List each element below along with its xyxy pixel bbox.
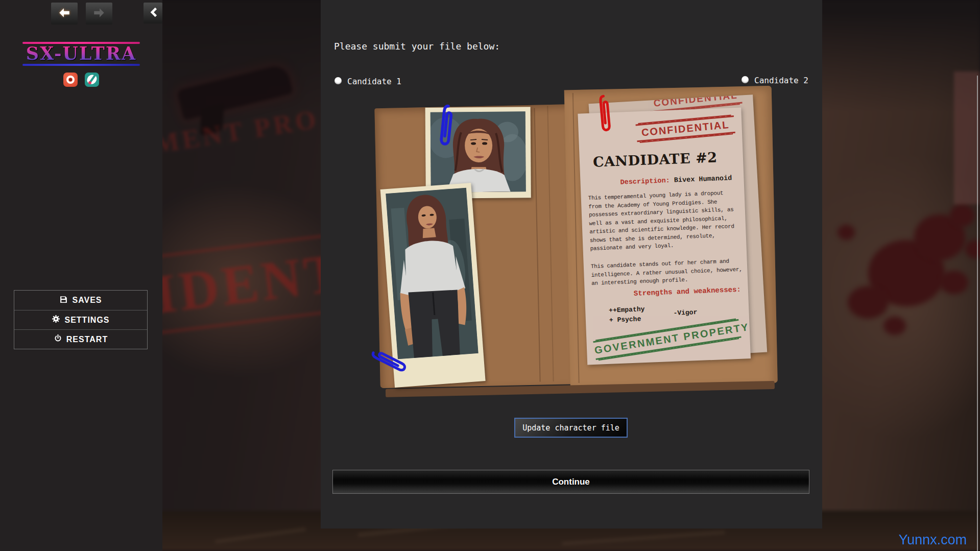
blood-splatter	[838, 225, 855, 240]
dossier-front-page: CONFIDENTIAL CANDIDATE #2 Description: B…	[578, 107, 751, 365]
continue-button[interactable]: Continue	[332, 470, 809, 494]
weaknesses-list: -Vigor	[673, 307, 698, 318]
body-illustration	[386, 188, 478, 360]
watermark-text: Yunnx.com	[898, 532, 967, 548]
sidebar: SX-ULTRA SAVES	[0, 0, 162, 551]
blood-splatter	[848, 286, 889, 319]
dossier-title: CANDIDATE #2	[592, 149, 718, 170]
prompt-text: Please submit your file below:	[334, 41, 500, 52]
app-store-icon[interactable]	[85, 73, 99, 87]
candidate-dossier-folder: CONFIDENTIAL CONFIDENTIAL CANDIDATE #2 D…	[372, 83, 782, 405]
back-arrow-icon	[58, 6, 71, 21]
forward-arrow-icon	[92, 6, 106, 21]
sidebar-menu: SAVES	[14, 290, 148, 349]
dossier-description-line: Description: Bivex Humanoid	[620, 174, 732, 186]
game-logo: SX-ULTRA	[22, 42, 140, 66]
settings-label: SETTINGS	[64, 316, 109, 325]
saves-label: SAVES	[72, 296, 102, 305]
restart-label: RESTART	[66, 335, 108, 344]
game-screen: MENT PRO IDENT NMENT P Please submit you…	[0, 0, 980, 551]
strengths-list: ++Empathy + Psyche	[609, 304, 646, 325]
blood-splatter	[883, 317, 906, 335]
back-button[interactable]	[51, 3, 78, 25]
collapse-sidebar-button[interactable]	[144, 3, 162, 23]
blood-splatter	[950, 204, 974, 227]
patreon-icon[interactable]	[63, 73, 78, 87]
logo-text: SX-ULTRA	[22, 44, 140, 63]
app-icon-pip	[88, 81, 91, 84]
description-value: Bivex Humanoid	[674, 174, 732, 184]
update-character-file-button[interactable]: Update character file	[514, 418, 628, 438]
logo-bottom-bar	[22, 64, 140, 66]
settings-button[interactable]: SETTINGS	[14, 310, 147, 329]
government-property-stamp: GOVERNMENT PROPERTY	[593, 319, 741, 360]
strengths-heading: Strengths and weaknesses:	[634, 285, 742, 298]
description-label: Description:	[620, 177, 670, 186]
gear-icon	[52, 315, 60, 325]
blood-splatter	[940, 271, 968, 294]
candidate-1-radio[interactable]	[334, 77, 342, 84]
confidential-stamp: CONFIDENTIAL	[636, 115, 735, 142]
saves-button[interactable]: SAVES	[14, 291, 147, 310]
save-icon	[59, 295, 68, 306]
chevron-left-icon	[147, 6, 160, 21]
restart-button[interactable]: RESTART	[14, 329, 147, 349]
candidate-1-label[interactable]: Candidate 1	[347, 77, 401, 86]
background-paper-edge	[954, 71, 980, 204]
dossier-paragraph: This candidate stands out for her charm …	[591, 257, 744, 288]
candidate-2-radio[interactable]	[742, 76, 749, 83]
dossier-paragraph: This temperamental young lady is a dropo…	[588, 188, 742, 253]
forward-button[interactable]	[86, 3, 112, 25]
scrollbar[interactable]	[977, 76, 978, 551]
power-icon	[54, 334, 62, 345]
patreon-dot	[69, 78, 72, 81]
